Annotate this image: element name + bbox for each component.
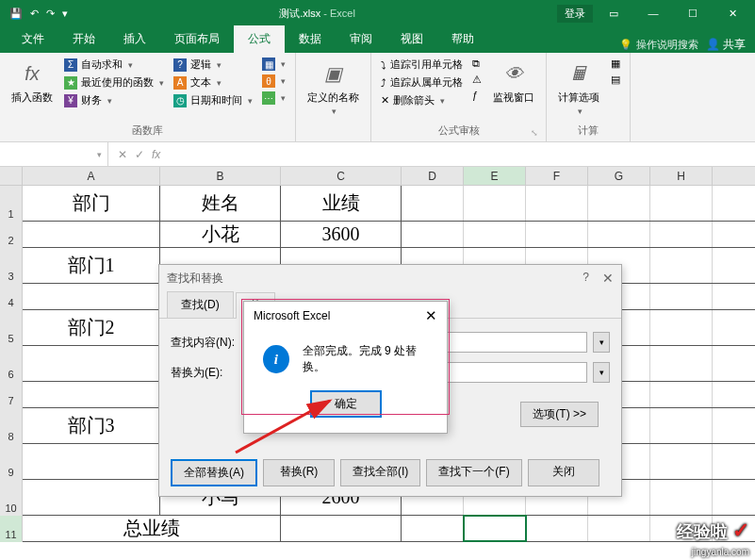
cell-D2[interactable] (402, 222, 464, 247)
find-all-button[interactable]: 查找全部(I) (340, 459, 420, 486)
cell-E1[interactable] (464, 186, 526, 221)
cell-A7[interactable] (23, 382, 160, 407)
cell-H4[interactable] (650, 284, 713, 309)
cell-C11[interactable] (281, 516, 402, 541)
cell-H8[interactable] (650, 408, 713, 443)
datetime-button[interactable]: ◷日期和时间▾ (172, 92, 254, 108)
lookup-button[interactable]: ▦▾ (260, 57, 287, 72)
tab-home[interactable]: 开始 (58, 25, 109, 53)
col-header[interactable]: A (23, 167, 160, 185)
col-header[interactable]: F (526, 167, 588, 185)
replace-dropdown[interactable]: ▾ (593, 362, 610, 383)
options-button[interactable]: 选项(T) >> (520, 402, 599, 427)
cell-A4[interactable] (23, 284, 160, 309)
row-header[interactable]: 4 (0, 284, 23, 310)
cell-A8[interactable]: 部门3 (23, 408, 160, 443)
show-formulas-button[interactable]: ⧉ (470, 57, 484, 71)
cancel-icon[interactable]: ✕ (118, 148, 127, 161)
evaluate-button[interactable]: ƒ (470, 89, 484, 102)
tab-layout[interactable]: 页面布局 (160, 25, 234, 53)
cell-H2[interactable] (650, 222, 713, 247)
trace-dependents-button[interactable]: ⤴追踪从属单元格 (379, 74, 465, 91)
cell-A6[interactable] (23, 346, 160, 381)
cell-E11[interactable] (464, 516, 526, 541)
calc-sheet-button[interactable]: ▤ (609, 73, 622, 87)
tell-me-search[interactable]: 💡 操作说明搜索 (619, 38, 698, 52)
cell-A3[interactable]: 部门1 (23, 248, 160, 283)
cell-H5[interactable] (650, 310, 713, 345)
close-button[interactable]: 关闭 (528, 459, 599, 486)
cell-B1[interactable]: 姓名 (160, 186, 281, 221)
cell-F2[interactable] (526, 222, 588, 247)
cell-C2[interactable]: 3600 (281, 222, 402, 247)
row-header[interactable]: 9 (0, 444, 23, 480)
help-icon[interactable]: ? (583, 271, 589, 286)
cell-A5[interactable]: 部门2 (23, 310, 160, 345)
cell-A1[interactable]: 部门 (23, 186, 160, 221)
row-header[interactable]: 8 (0, 408, 23, 444)
recent-functions-button[interactable]: ★最近使用的函数▾ (62, 74, 166, 91)
select-all-corner[interactable] (0, 167, 23, 185)
error-check-button[interactable]: ⚠ (470, 73, 484, 87)
find-next-button[interactable]: 查找下一个(F) (426, 459, 521, 486)
defined-names-button[interactable]: ▣ 定义的名称 ▾ (304, 57, 363, 118)
logical-button[interactable]: ?逻辑▾ (172, 57, 254, 73)
name-box[interactable]: ▾ (0, 142, 108, 166)
close-icon[interactable]: ✕ (714, 0, 751, 26)
cell-A9[interactable] (23, 444, 160, 479)
cell-H9[interactable] (650, 444, 713, 479)
row-header[interactable]: 1 (0, 186, 23, 222)
maximize-icon[interactable]: ☐ (674, 0, 712, 26)
cell-F11[interactable] (526, 516, 588, 541)
cell-D1[interactable] (402, 186, 464, 221)
qat-customize-icon[interactable]: ▾ (62, 8, 68, 20)
calc-options-button[interactable]: 🖩 计算选项 ▾ (554, 57, 603, 118)
cell-H7[interactable] (650, 382, 713, 407)
cell-D11[interactable] (402, 516, 464, 541)
cell-B2[interactable]: 小花 (160, 222, 281, 247)
replace-button[interactable]: 替换(R) (263, 459, 335, 486)
financial-button[interactable]: ¥财务▾ (62, 92, 166, 108)
redo-icon[interactable]: ↷ (46, 8, 55, 20)
cell-F1[interactable] (526, 186, 588, 221)
enter-icon[interactable]: ✓ (135, 148, 144, 161)
cell-H1[interactable] (650, 186, 713, 221)
cell-A2[interactable] (23, 222, 160, 247)
ok-button[interactable]: 确定 (310, 390, 382, 418)
cell-A10[interactable] (23, 480, 160, 515)
login-button[interactable]: 登录 (557, 5, 593, 23)
more-functions-button[interactable]: ⋯▾ (260, 91, 287, 106)
ribbon-options-icon[interactable]: ▭ (595, 0, 632, 26)
row-header[interactable]: 3 (0, 248, 23, 284)
tab-insert[interactable]: 插入 (109, 25, 160, 53)
cell-E2[interactable] (464, 222, 526, 247)
fx-icon[interactable]: fx (152, 148, 160, 161)
col-header[interactable]: D (402, 167, 464, 185)
tab-view[interactable]: 视图 (386, 25, 437, 53)
cell-G1[interactable] (588, 186, 650, 221)
cell-A11[interactable]: 总业绩 (23, 516, 281, 541)
tab-help[interactable]: 帮助 (437, 25, 488, 53)
remove-arrows-button[interactable]: ✕删除箭头▾ (379, 92, 465, 108)
cell-H10[interactable] (650, 480, 713, 515)
row-header[interactable]: 5 (0, 310, 23, 346)
col-header[interactable]: B (160, 167, 281, 185)
close-icon[interactable]: ✕ (602, 271, 614, 286)
col-header[interactable]: E (464, 167, 526, 185)
cell-H6[interactable] (650, 346, 713, 381)
tab-formula[interactable]: 公式 (234, 25, 285, 53)
tab-file[interactable]: 文件 (8, 25, 58, 53)
tab-review[interactable]: 审阅 (336, 25, 386, 53)
insert-function-button[interactable]: fx 插入函数 (8, 57, 57, 107)
cell-H3[interactable] (650, 248, 713, 283)
cell-G2[interactable] (588, 222, 650, 247)
row-header[interactable]: 7 (0, 382, 23, 408)
tab-find[interactable]: 查找(D) (167, 291, 234, 318)
math-button[interactable]: θ▾ (260, 74, 287, 89)
autosum-button[interactable]: Σ自动求和▾ (62, 57, 166, 73)
cell-C1[interactable]: 业绩 (281, 186, 402, 221)
row-header[interactable]: 6 (0, 346, 23, 382)
undo-icon[interactable]: ↶ (30, 8, 39, 20)
row-header[interactable]: 10 (0, 480, 23, 516)
minimize-icon[interactable]: ― (634, 0, 672, 26)
